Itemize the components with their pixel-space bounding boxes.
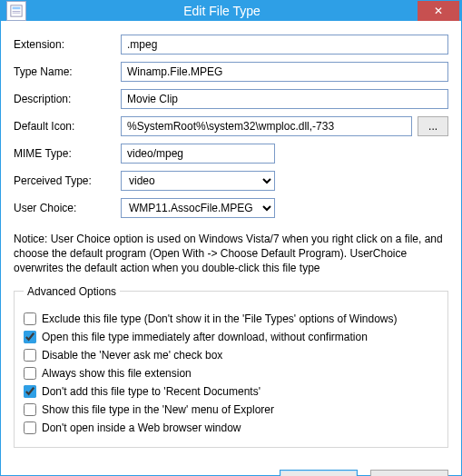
opt-exclude-label: Exclude this file type (Don't show it in… [42, 312, 398, 325]
opt-show-in-new-menu: Show this file type in the 'New' menu of… [24, 403, 438, 416]
opt-open-immediately-checkbox[interactable] [24, 331, 36, 343]
opt-open-immediately-label: Open this file type immediately after do… [42, 331, 368, 343]
opt-exclude-checkbox[interactable] [24, 312, 36, 325]
svg-rect-1 [13, 7, 21, 10]
advanced-options-legend: Advanced Options [24, 285, 120, 298]
type-name-label: Type Name: [14, 65, 121, 78]
extension-label: Extension: [14, 38, 121, 51]
opt-always-show-ext-label: Always show this file extension [42, 367, 192, 380]
opt-disable-never-ask: Disable the 'Never ask me' check box [24, 349, 438, 362]
opt-no-browser-window-checkbox[interactable] [24, 421, 36, 434]
default-icon-input[interactable] [121, 116, 412, 136]
svg-rect-2 [13, 11, 21, 12]
opt-open-immediately: Open this file type immediately after do… [24, 331, 438, 343]
default-icon-label: Default Icon: [14, 120, 121, 133]
advanced-options-group: Advanced Options Exclude this file type … [14, 285, 448, 448]
opt-show-in-new-menu-checkbox[interactable] [24, 403, 36, 416]
opt-always-show-ext: Always show this file extension [24, 367, 438, 380]
edit-file-type-window: Edit File Type ✕ Extension: Type Name: D… [0, 0, 462, 476]
mime-type-input[interactable] [121, 144, 275, 164]
user-choice-label: User Choice: [14, 202, 121, 214]
opt-no-browser-window: Don't open inside a Web browser window [24, 421, 438, 434]
opt-disable-never-ask-checkbox[interactable] [24, 349, 36, 362]
close-button[interactable]: ✕ [418, 1, 459, 21]
perceived-type-select[interactable]: video [121, 171, 275, 191]
app-icon [6, 1, 26, 21]
close-icon: ✕ [434, 5, 443, 17]
opt-always-show-ext-checkbox[interactable] [24, 367, 36, 380]
description-input[interactable] [121, 89, 448, 109]
dialog-footer: OK Cancel [1, 457, 461, 476]
opt-no-recent-docs: Don't add this file type to 'Recent Docu… [24, 385, 438, 398]
mime-type-label: MIME Type: [14, 147, 121, 160]
opt-no-recent-docs-label: Don't add this file type to 'Recent Docu… [42, 385, 260, 398]
ok-button[interactable]: OK [280, 470, 358, 476]
user-choice-select[interactable]: WMP11.AssocFile.MPEG [121, 198, 275, 218]
notice-text: Notice: User Choice option is used on Wi… [14, 232, 448, 276]
description-label: Description: [14, 93, 121, 105]
type-name-input[interactable] [121, 62, 448, 82]
cancel-button[interactable]: Cancel [370, 470, 448, 476]
perceived-type-label: Perceived Type: [14, 174, 121, 187]
opt-exclude: Exclude this file type (Don't show it in… [24, 312, 438, 325]
opt-no-recent-docs-checkbox[interactable] [24, 385, 36, 398]
browse-icon-button[interactable]: ... [418, 116, 448, 136]
window-title: Edit File Type [26, 4, 418, 18]
opt-show-in-new-menu-label: Show this file type in the 'New' menu of… [42, 403, 274, 416]
svg-rect-3 [13, 13, 21, 14]
opt-no-browser-window-label: Don't open inside a Web browser window [42, 421, 241, 434]
titlebar: Edit File Type ✕ [1, 1, 461, 21]
opt-disable-never-ask-label: Disable the 'Never ask me' check box [42, 349, 222, 362]
content: Extension: Type Name: Description: Defau… [1, 21, 461, 457]
extension-input[interactable] [121, 35, 448, 55]
